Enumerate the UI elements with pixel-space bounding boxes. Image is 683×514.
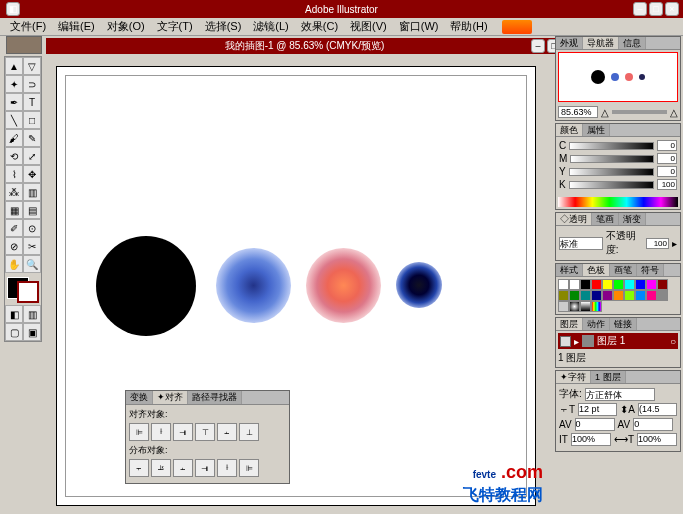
- zoom-in-icon[interactable]: △: [670, 107, 678, 118]
- menu-filter[interactable]: 滤镜(L): [247, 19, 294, 34]
- align-vcenter-button[interactable]: ⫠: [217, 423, 237, 441]
- align-right-button[interactable]: ⫣: [173, 423, 193, 441]
- m-value[interactable]: 0: [657, 153, 677, 164]
- swatch[interactable]: [558, 279, 569, 290]
- tab-stroke[interactable]: 笔画: [592, 213, 619, 225]
- menu-type[interactable]: 文字(T): [151, 19, 199, 34]
- symbol-spray-tool[interactable]: ⁂: [5, 183, 23, 201]
- gradient-tool[interactable]: ▤: [23, 201, 41, 219]
- swatch[interactable]: [580, 290, 591, 301]
- dist-hcenter-button[interactable]: ⫲: [217, 459, 237, 477]
- user-profile-thumb[interactable]: [6, 36, 42, 54]
- selection-tool[interactable]: ▲: [5, 57, 23, 75]
- swatch[interactable]: [613, 279, 624, 290]
- tab-symbols[interactable]: 符号: [637, 264, 664, 276]
- swatch[interactable]: [580, 301, 591, 312]
- align-bottom-button[interactable]: ⊥: [239, 423, 259, 441]
- menu-view[interactable]: 视图(V): [344, 19, 393, 34]
- y-value[interactable]: 0: [657, 166, 677, 177]
- stroke-swatch[interactable]: [17, 281, 39, 303]
- swatch[interactable]: [657, 279, 668, 290]
- direct-select-tool[interactable]: ▽: [23, 57, 41, 75]
- swatch[interactable]: [613, 290, 624, 301]
- tab-links[interactable]: 链接: [610, 318, 637, 330]
- swatch[interactable]: [569, 301, 580, 312]
- menu-help[interactable]: 帮助(H): [444, 19, 493, 34]
- graph-tool[interactable]: ▥: [23, 183, 41, 201]
- hand-tool[interactable]: ✋: [5, 255, 23, 273]
- menu-select[interactable]: 选择(S): [199, 19, 248, 34]
- tab-brushes[interactable]: 画笔: [610, 264, 637, 276]
- dist-vcenter-button[interactable]: ⫡: [151, 459, 171, 477]
- color-spectrum[interactable]: [558, 197, 678, 207]
- hscale-input[interactable]: 100%: [637, 433, 677, 446]
- tab-appearance[interactable]: 外观: [556, 37, 583, 49]
- tab-attributes[interactable]: 属性: [583, 124, 610, 136]
- blend-mode-select[interactable]: 标准: [559, 237, 603, 250]
- fill-stroke-swatch[interactable]: [5, 275, 41, 305]
- fullscreen-icon[interactable]: ▣: [23, 323, 41, 341]
- zoom-input[interactable]: 85.63%: [558, 106, 598, 118]
- vscale-input[interactable]: 100%: [571, 433, 611, 446]
- swatch[interactable]: [569, 290, 580, 301]
- align-left-button[interactable]: ⊫: [129, 423, 149, 441]
- dist-bottom-button[interactable]: ⫠: [173, 459, 193, 477]
- black-circle[interactable]: [96, 236, 196, 336]
- tab-gradient[interactable]: 渐变: [619, 213, 646, 225]
- menu-effect[interactable]: 效果(C): [295, 19, 344, 34]
- swatch[interactable]: [602, 279, 613, 290]
- tab-paragraph[interactable]: 1 图层: [591, 371, 626, 383]
- zoom-out-icon[interactable]: △: [601, 107, 609, 118]
- tab-info[interactable]: 信息: [619, 37, 646, 49]
- m-slider[interactable]: [570, 155, 654, 163]
- brush-tool[interactable]: 🖌: [5, 129, 23, 147]
- dist-left-button[interactable]: ⫣: [195, 459, 215, 477]
- leading-input[interactable]: (14.5: [638, 403, 677, 416]
- doc-minimize-button[interactable]: –: [531, 39, 545, 53]
- swatch[interactable]: [646, 290, 657, 301]
- tab-transform[interactable]: 变换: [126, 391, 153, 404]
- red-burst-circle[interactable]: [306, 248, 381, 323]
- opacity-dropdown-icon[interactable]: ▸: [672, 238, 677, 249]
- k-slider[interactable]: [569, 181, 654, 189]
- rotate-tool[interactable]: ⟲: [5, 147, 23, 165]
- align-top-button[interactable]: ⊤: [195, 423, 215, 441]
- swatch[interactable]: [635, 290, 646, 301]
- apple-menu-icon[interactable]: ◧: [6, 2, 20, 16]
- free-transform-tool[interactable]: ✥: [23, 165, 41, 183]
- menu-extras-icon[interactable]: [502, 20, 532, 34]
- expand-icon[interactable]: ▸: [574, 336, 579, 347]
- screen-mode-icon[interactable]: ▢: [5, 323, 23, 341]
- menu-file[interactable]: 文件(F): [4, 19, 52, 34]
- magic-wand-tool[interactable]: ✦: [5, 75, 23, 93]
- menu-window[interactable]: 窗口(W): [393, 19, 445, 34]
- blue-burst-circle[interactable]: [216, 248, 291, 323]
- tab-navigator[interactable]: 导航器: [583, 37, 619, 49]
- minimize-button[interactable]: –: [633, 2, 647, 16]
- layer-name[interactable]: 图层 1: [597, 334, 625, 348]
- pen-tool[interactable]: ✒: [5, 93, 23, 111]
- tab-actions[interactable]: 动作: [583, 318, 610, 330]
- swatch[interactable]: [657, 290, 668, 301]
- tab-swatches[interactable]: 色板: [583, 264, 610, 276]
- swatch[interactable]: [602, 290, 613, 301]
- align-hcenter-button[interactable]: ⫲: [151, 423, 171, 441]
- swatch[interactable]: [591, 290, 602, 301]
- scale-tool[interactable]: ⤢: [23, 147, 41, 165]
- c-value[interactable]: 0: [657, 140, 677, 151]
- swatch[interactable]: [591, 301, 602, 312]
- warp-tool[interactable]: ⌇: [5, 165, 23, 183]
- font-select[interactable]: 方正舒体: [585, 388, 655, 401]
- menu-object[interactable]: 对象(O): [101, 19, 151, 34]
- menu-edit[interactable]: 编辑(E): [52, 19, 101, 34]
- tab-layers[interactable]: 图层: [556, 318, 583, 330]
- tab-character[interactable]: ✦字符: [556, 371, 591, 383]
- swatch[interactable]: [569, 279, 580, 290]
- gradient-mode-icon[interactable]: ▥: [23, 305, 41, 323]
- tab-color[interactable]: 颜色: [556, 124, 583, 136]
- zoom-slider[interactable]: [612, 110, 667, 114]
- visibility-icon[interactable]: [560, 336, 571, 347]
- swatch[interactable]: [591, 279, 602, 290]
- dark-blue-circle[interactable]: [396, 262, 442, 308]
- swatch[interactable]: [646, 279, 657, 290]
